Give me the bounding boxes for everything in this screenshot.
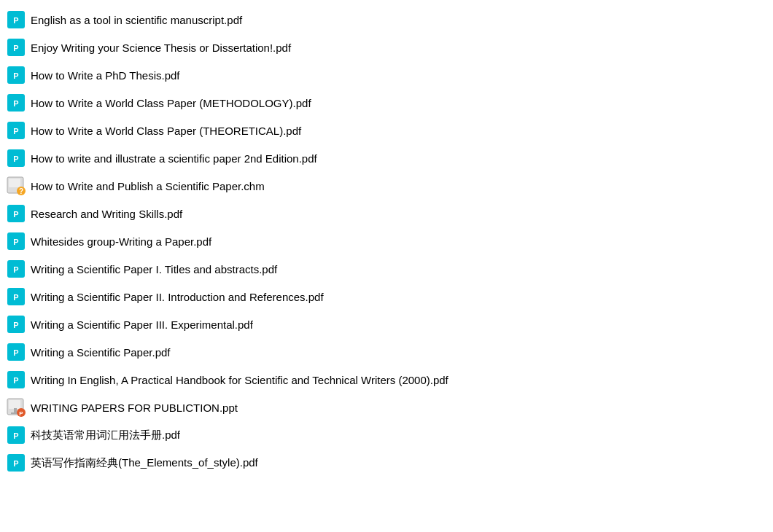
- svg-rect-31: [9, 400, 20, 409]
- svg-text:P: P: [13, 265, 18, 274]
- file-name: Writing a Scientific Paper III. Experime…: [31, 318, 253, 331]
- svg-text:P: P: [13, 321, 18, 329]
- file-icon: P: [6, 37, 26, 58]
- list-item[interactable]: P Whitesides group-Writing a Paper.pdf: [0, 227, 773, 255]
- list-item[interactable]: P 科技英语常用词汇用法手册.pdf: [0, 421, 773, 449]
- list-item[interactable]: ? How to Write and Publish a Scientific …: [0, 172, 773, 200]
- svg-rect-32: [14, 408, 17, 412]
- list-item[interactable]: P How to Write a PhD Thesis.pdf: [0, 61, 773, 89]
- file-icon: P: [6, 286, 26, 307]
- svg-text:P: P: [13, 293, 18, 302]
- list-item[interactable]: P Writing a Scientific Paper.pdf: [0, 338, 773, 366]
- list-item[interactable]: P How to Write a World Class Paper (THEO…: [0, 117, 773, 144]
- svg-text:P: P: [13, 348, 18, 357]
- svg-rect-13: [9, 179, 20, 187]
- file-icon: P: [6, 397, 26, 418]
- svg-text:P: P: [13, 210, 18, 219]
- file-name: How to Write a World Class Paper (THEORE…: [31, 125, 301, 137]
- svg-text:P: P: [13, 16, 18, 25]
- file-icon: P: [6, 453, 26, 473]
- file-icon: P: [6, 65, 26, 85]
- file-icon: P: [6, 314, 26, 335]
- svg-text:?: ?: [19, 187, 23, 195]
- list-item[interactable]: P 英语写作指南经典(The_Elements_of_style).pdf: [0, 449, 773, 477]
- file-name: Writing a Scientific Paper.pdf: [31, 346, 170, 359]
- svg-text:P: P: [19, 410, 23, 417]
- file-icon: ?: [6, 176, 26, 196]
- file-list: P English as a tool in scientific manusc…: [0, 6, 773, 477]
- file-name: 英语写作指南经典(The_Elements_of_style).pdf: [31, 456, 258, 470]
- file-name: How to Write a PhD Thesis.pdf: [31, 69, 180, 82]
- file-icon: P: [6, 120, 26, 141]
- list-item[interactable]: P Research and Writing Skills.pdf: [0, 200, 773, 227]
- file-name: Enjoy Writing your Science Thesis or Dis…: [31, 42, 291, 54]
- file-icon: P: [6, 425, 26, 445]
- list-item[interactable]: P Writing a Scientific Paper II. Introdu…: [0, 283, 773, 310]
- file-icon: P: [6, 369, 26, 390]
- file-name: How to write and illustrate a scientific…: [31, 152, 317, 165]
- svg-text:P: P: [13, 459, 18, 468]
- file-icon: P: [6, 259, 26, 279]
- list-item[interactable]: P WRITING PAPERS FOR PUBLICTION.ppt: [0, 394, 773, 421]
- svg-text:P: P: [13, 71, 18, 80]
- list-item[interactable]: P Writing a Scientific Paper I. Titles a…: [0, 255, 773, 283]
- file-name: English as a tool in scientific manuscri…: [31, 14, 242, 26]
- file-name: Writing a Scientific Paper II. Introduct…: [31, 291, 324, 303]
- svg-text:P: P: [13, 154, 18, 163]
- list-item[interactable]: P How to Write a World Class Paper (METH…: [0, 89, 773, 117]
- file-name: Research and Writing Skills.pdf: [31, 208, 182, 220]
- file-name: Writing In English, A Practical Handbook…: [31, 374, 448, 386]
- svg-text:P: P: [13, 431, 18, 440]
- svg-text:P: P: [13, 99, 18, 108]
- list-item[interactable]: P Writing In English, A Practical Handbo…: [0, 366, 773, 394]
- file-icon: P: [6, 342, 26, 362]
- file-icon: P: [6, 93, 26, 113]
- list-item[interactable]: P How to write and illustrate a scientif…: [0, 144, 773, 172]
- svg-text:P: P: [13, 238, 18, 246]
- file-icon: P: [6, 9, 26, 30]
- file-icon: P: [6, 203, 26, 224]
- file-name: 科技英语常用词汇用法手册.pdf: [31, 429, 180, 442]
- file-icon: P: [6, 231, 26, 251]
- list-item[interactable]: P English as a tool in scientific manusc…: [0, 6, 773, 34]
- file-name: Whitesides group-Writing a Paper.pdf: [31, 235, 211, 248]
- file-name: How to Write and Publish a Scientific Pa…: [31, 180, 265, 192]
- svg-text:P: P: [13, 44, 18, 52]
- file-name: Writing a Scientific Paper I. Titles and…: [31, 263, 277, 275]
- svg-text:P: P: [13, 127, 18, 136]
- svg-text:P: P: [13, 376, 18, 385]
- list-item[interactable]: P Enjoy Writing your Science Thesis or D…: [0, 34, 773, 61]
- file-name: WRITING PAPERS FOR PUBLICTION.ppt: [31, 402, 238, 414]
- file-name: How to Write a World Class Paper (METHOD…: [31, 97, 311, 109]
- list-item[interactable]: P Writing a Scientific Paper III. Experi…: [0, 310, 773, 338]
- file-icon: P: [6, 148, 26, 168]
